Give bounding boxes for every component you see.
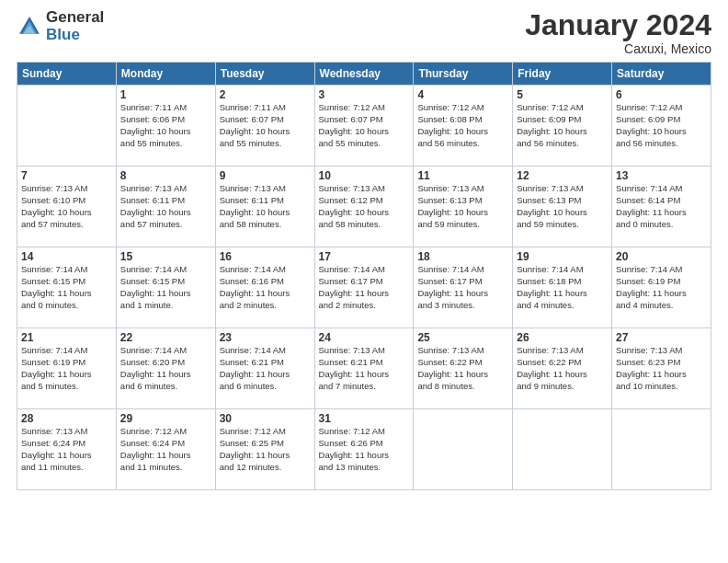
calendar-week-4: 21Sunrise: 7:14 AM Sunset: 6:19 PM Dayli…: [17, 328, 711, 409]
calendar-cell: 9Sunrise: 7:13 AM Sunset: 6:11 PM Daylig…: [215, 167, 314, 247]
page: General Blue January 2024 Caxuxi, Mexico…: [0, 0, 728, 563]
weekday-header-friday: Friday: [513, 63, 612, 86]
day-info: Sunrise: 7:11 AM Sunset: 6:07 PM Dayligh…: [220, 102, 311, 149]
calendar-week-3: 14Sunrise: 7:14 AM Sunset: 6:15 PM Dayli…: [17, 247, 711, 328]
day-info: Sunrise: 7:14 AM Sunset: 6:18 PM Dayligh…: [517, 264, 608, 311]
day-number: 23: [220, 331, 311, 344]
day-number: 20: [616, 250, 707, 263]
day-number: 29: [120, 412, 211, 425]
weekday-header-row: SundayMondayTuesdayWednesdayThursdayFrid…: [17, 63, 711, 86]
calendar-cell: 10Sunrise: 7:13 AM Sunset: 6:12 PM Dayli…: [314, 167, 414, 247]
day-info: Sunrise: 7:14 AM Sunset: 6:15 PM Dayligh…: [21, 264, 112, 311]
day-info: Sunrise: 7:14 AM Sunset: 6:17 PM Dayligh…: [319, 264, 410, 311]
day-info: Sunrise: 7:13 AM Sunset: 6:24 PM Dayligh…: [21, 426, 112, 473]
logo-icon: [17, 14, 42, 40]
day-number: 22: [120, 331, 211, 344]
day-number: 10: [319, 169, 410, 182]
calendar-cell: 14Sunrise: 7:14 AM Sunset: 6:15 PM Dayli…: [17, 247, 117, 328]
calendar-cell: 2Sunrise: 7:11 AM Sunset: 6:07 PM Daylig…: [215, 86, 314, 167]
calendar-week-1: 1Sunrise: 7:11 AM Sunset: 6:06 PM Daylig…: [17, 86, 711, 167]
day-number: 14: [21, 250, 112, 263]
calendar-body: 1Sunrise: 7:11 AM Sunset: 6:06 PM Daylig…: [17, 86, 711, 490]
calendar-cell: 13Sunrise: 7:14 AM Sunset: 6:14 PM Dayli…: [612, 167, 711, 247]
day-number: 26: [517, 331, 608, 344]
calendar-cell: 25Sunrise: 7:13 AM Sunset: 6:22 PM Dayli…: [414, 328, 513, 409]
day-info: Sunrise: 7:14 AM Sunset: 6:20 PM Dayligh…: [120, 345, 211, 392]
day-number: 13: [616, 169, 707, 182]
day-info: Sunrise: 7:14 AM Sunset: 6:17 PM Dayligh…: [417, 264, 508, 311]
day-info: Sunrise: 7:12 AM Sunset: 6:09 PM Dayligh…: [517, 102, 608, 149]
day-info: Sunrise: 7:13 AM Sunset: 6:13 PM Dayligh…: [517, 183, 608, 230]
calendar-cell: 24Sunrise: 7:13 AM Sunset: 6:21 PM Dayli…: [314, 328, 414, 409]
day-number: 6: [616, 88, 707, 101]
calendar-cell: 17Sunrise: 7:14 AM Sunset: 6:17 PM Dayli…: [314, 247, 414, 328]
calendar-cell: 3Sunrise: 7:12 AM Sunset: 6:07 PM Daylig…: [314, 86, 414, 167]
logo: General Blue: [17, 9, 104, 43]
day-info: Sunrise: 7:12 AM Sunset: 6:25 PM Dayligh…: [220, 426, 311, 473]
day-number: 15: [120, 250, 211, 263]
day-info: Sunrise: 7:14 AM Sunset: 6:14 PM Dayligh…: [616, 183, 707, 230]
calendar-cell: 1Sunrise: 7:11 AM Sunset: 6:06 PM Daylig…: [116, 86, 215, 167]
day-number: 28: [21, 412, 112, 425]
day-info: Sunrise: 7:13 AM Sunset: 6:22 PM Dayligh…: [417, 345, 508, 392]
calendar-cell: 21Sunrise: 7:14 AM Sunset: 6:19 PM Dayli…: [17, 328, 117, 409]
calendar-cell: [513, 409, 612, 490]
calendar-cell: 6Sunrise: 7:12 AM Sunset: 6:09 PM Daylig…: [612, 86, 711, 167]
calendar-cell: 31Sunrise: 7:12 AM Sunset: 6:26 PM Dayli…: [314, 409, 414, 490]
calendar-cell: 29Sunrise: 7:12 AM Sunset: 6:24 PM Dayli…: [116, 409, 215, 490]
day-info: Sunrise: 7:14 AM Sunset: 6:16 PM Dayligh…: [220, 264, 311, 311]
calendar-cell: 5Sunrise: 7:12 AM Sunset: 6:09 PM Daylig…: [513, 86, 612, 167]
calendar-cell: 11Sunrise: 7:13 AM Sunset: 6:13 PM Dayli…: [414, 167, 513, 247]
calendar-cell: 20Sunrise: 7:14 AM Sunset: 6:19 PM Dayli…: [612, 247, 711, 328]
day-info: Sunrise: 7:12 AM Sunset: 6:26 PM Dayligh…: [319, 426, 410, 473]
day-number: 3: [319, 88, 410, 101]
calendar-cell: 27Sunrise: 7:13 AM Sunset: 6:23 PM Dayli…: [612, 328, 711, 409]
month-title: January 2024: [525, 9, 711, 41]
day-number: 8: [120, 169, 211, 182]
calendar-cell: [414, 409, 513, 490]
day-info: Sunrise: 7:14 AM Sunset: 6:21 PM Dayligh…: [220, 345, 311, 392]
day-info: Sunrise: 7:14 AM Sunset: 6:19 PM Dayligh…: [616, 264, 707, 311]
day-info: Sunrise: 7:12 AM Sunset: 6:09 PM Dayligh…: [616, 102, 707, 149]
calendar-cell: 19Sunrise: 7:14 AM Sunset: 6:18 PM Dayli…: [513, 247, 612, 328]
day-info: Sunrise: 7:13 AM Sunset: 6:13 PM Dayligh…: [417, 183, 508, 230]
weekday-header-thursday: Thursday: [414, 63, 513, 86]
location-subtitle: Caxuxi, Mexico: [525, 41, 711, 56]
calendar-week-5: 28Sunrise: 7:13 AM Sunset: 6:24 PM Dayli…: [17, 409, 711, 490]
calendar-week-2: 7Sunrise: 7:13 AM Sunset: 6:10 PM Daylig…: [17, 167, 711, 247]
logo-general: General: [46, 9, 104, 27]
calendar-cell: [612, 409, 711, 490]
weekday-header-monday: Monday: [116, 63, 215, 86]
day-number: 25: [417, 331, 508, 344]
logo-blue: Blue: [46, 27, 104, 44]
calendar-cell: 23Sunrise: 7:14 AM Sunset: 6:21 PM Dayli…: [215, 328, 314, 409]
calendar-cell: 26Sunrise: 7:13 AM Sunset: 6:22 PM Dayli…: [513, 328, 612, 409]
day-number: 27: [616, 331, 707, 344]
day-number: 7: [21, 169, 112, 182]
calendar-cell: 15Sunrise: 7:14 AM Sunset: 6:15 PM Dayli…: [116, 247, 215, 328]
calendar-table: SundayMondayTuesdayWednesdayThursdayFrid…: [17, 62, 711, 490]
day-number: 21: [21, 331, 112, 344]
logo-text: General Blue: [46, 9, 104, 43]
weekday-header-sunday: Sunday: [17, 63, 117, 86]
calendar-cell: 7Sunrise: 7:13 AM Sunset: 6:10 PM Daylig…: [17, 167, 117, 247]
day-number: 5: [517, 88, 608, 101]
day-number: 30: [220, 412, 311, 425]
day-info: Sunrise: 7:13 AM Sunset: 6:12 PM Dayligh…: [319, 183, 410, 230]
day-number: 24: [319, 331, 410, 344]
calendar-cell: 18Sunrise: 7:14 AM Sunset: 6:17 PM Dayli…: [414, 247, 513, 328]
day-info: Sunrise: 7:12 AM Sunset: 6:07 PM Dayligh…: [319, 102, 410, 149]
day-info: Sunrise: 7:13 AM Sunset: 6:23 PM Dayligh…: [616, 345, 707, 392]
day-number: 1: [120, 88, 211, 101]
day-number: 31: [319, 412, 410, 425]
calendar-cell: 8Sunrise: 7:13 AM Sunset: 6:11 PM Daylig…: [116, 167, 215, 247]
day-info: Sunrise: 7:13 AM Sunset: 6:21 PM Dayligh…: [319, 345, 410, 392]
calendar-cell: 12Sunrise: 7:13 AM Sunset: 6:13 PM Dayli…: [513, 167, 612, 247]
header: General Blue January 2024 Caxuxi, Mexico: [17, 9, 711, 56]
day-number: 11: [417, 169, 508, 182]
day-info: Sunrise: 7:13 AM Sunset: 6:11 PM Dayligh…: [120, 183, 211, 230]
day-number: 16: [220, 250, 311, 263]
day-number: 17: [319, 250, 410, 263]
day-number: 19: [517, 250, 608, 263]
day-info: Sunrise: 7:13 AM Sunset: 6:10 PM Dayligh…: [21, 183, 112, 230]
